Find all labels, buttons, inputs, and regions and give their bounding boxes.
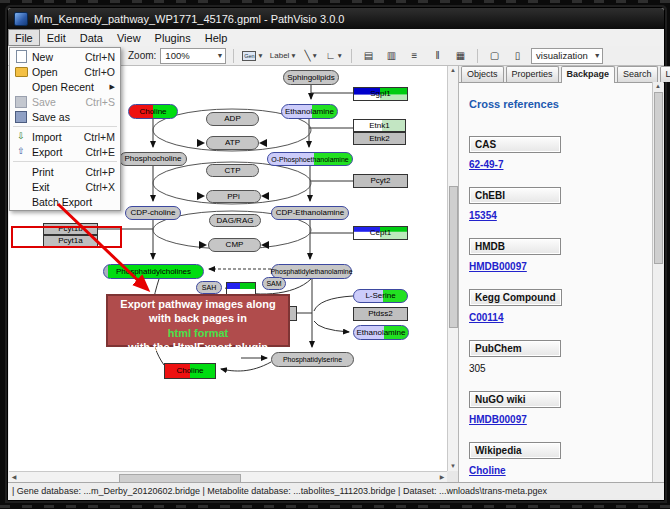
menubar-edit[interactable]: Edit	[40, 29, 73, 46]
node-sah[interactable]: SAH	[196, 281, 222, 294]
node-pcyt1a[interactable]: Pcyt1a	[43, 235, 98, 247]
menu-separator	[13, 126, 117, 127]
menu-item-batch-export[interactable]: Batch Export	[10, 194, 120, 209]
node-ethanolamine[interactable]: Ethanolamine	[281, 104, 338, 119]
desktop-edge-top	[0, 0, 670, 3]
node-cmp[interactable]: CMP	[208, 238, 261, 252]
menu-item-open-recent[interactable]: Open Recent ▶	[10, 79, 120, 94]
xref-link[interactable]: HMDB00097	[469, 261, 527, 272]
node-adp[interactable]: ADP	[206, 112, 259, 126]
xref-link[interactable]: C00114	[469, 312, 503, 323]
tab-search[interactable]: Search	[617, 66, 658, 82]
tab-properties[interactable]: Properties	[506, 66, 559, 82]
node-sgpl1[interactable]: Sgpl1	[353, 87, 408, 101]
gene-shape-dropdown[interactable]: Gen ▼	[241, 47, 264, 64]
visualization-combobox[interactable]: visualization ▼	[531, 48, 603, 64]
xref-section-chebi: ChEBI 15354	[469, 185, 651, 221]
menubar-view[interactable]: View	[110, 29, 148, 46]
node-cept1[interactable]: Cept1	[353, 226, 408, 240]
connector-tool-icon: ∟	[326, 50, 336, 61]
menu-item-new[interactable]: New Ctrl+N	[10, 49, 120, 64]
stack-horizontal-button[interactable]: ‖	[428, 47, 447, 64]
file-menu-popup: New Ctrl+N Open Ctrl+O Open Recent ▶ Sav…	[9, 47, 121, 211]
node-sphingolipids[interactable]: Sphingolipids	[283, 70, 339, 85]
tab-legend[interactable]: Legend	[660, 66, 670, 82]
xref-link[interactable]: HMDB00097	[469, 414, 527, 425]
submenu-arrow-icon: ▶	[110, 83, 115, 91]
xref-link[interactable]: Choline	[469, 465, 506, 476]
status-bar: | Gene database: ...m_Derby_20120602.bri…	[8, 482, 664, 498]
node-cdp-choline[interactable]: CDP-choline	[125, 206, 181, 220]
export-icon: ⇧	[13, 147, 29, 156]
scale-button[interactable]: ▦	[451, 47, 470, 64]
scroll-left-icon[interactable]: ◀	[9, 473, 19, 482]
node-etnk2[interactable]: Etnk2	[353, 132, 406, 145]
node-phosphocholine[interactable]: Phosphocholine	[119, 152, 187, 166]
node-choline-selected[interactable]: Choline	[164, 363, 216, 379]
title-bar[interactable]: Mm_Kennedy_pathway_WP1771_45176.gpml - P…	[8, 8, 664, 29]
xref-link[interactable]: 62-49-7	[469, 159, 503, 170]
scrollbar-thumb[interactable]	[654, 92, 663, 264]
tab-backpage[interactable]: Backpage	[561, 66, 616, 83]
zoom-combobox[interactable]: 100% ▼	[160, 48, 226, 64]
canvas-horizontal-scrollbar[interactable]: ◀ ▶	[9, 471, 447, 482]
toolbar-separator	[233, 49, 234, 63]
node-phosphatidylethanolamine[interactable]: Phosphatidylethanolamine	[271, 264, 352, 279]
menu-item-import[interactable]: ⇩ Import Ctrl+M	[10, 129, 120, 144]
xref-section-kegg: Kegg Compound C00114	[469, 287, 651, 323]
node-ethanolamine-2[interactable]: Ethanolamine	[353, 325, 409, 340]
label-tool-dropdown[interactable]: Label ▼	[269, 47, 298, 64]
scrollbar-thumb[interactable]	[449, 186, 458, 328]
properties-icon: ▯	[515, 50, 521, 61]
xref-header: Kegg Compound	[469, 289, 562, 306]
xref-link[interactable]: 15354	[469, 210, 497, 221]
node-ptdss2[interactable]: Ptdss2	[353, 307, 408, 321]
backpage-content: Cross references CAS 62-49-7 ChEBI 15354…	[461, 82, 651, 487]
node-phosphatidylserine[interactable]: Phosphatidylserine	[271, 352, 354, 367]
align-middle-button[interactable]: ▥	[382, 47, 401, 64]
menu-item-export[interactable]: ⇧ Export Ctrl+E	[10, 144, 120, 159]
connector-tool-dropdown[interactable]: ∟ ▼	[325, 47, 344, 64]
node-o-phosphoethanolamine[interactable]: O-Phosphoethanolamine	[267, 152, 353, 166]
stack-vertical-button[interactable]: ≡	[405, 47, 424, 64]
menubar-plugins[interactable]: Plugins	[148, 29, 198, 46]
menu-item-print[interactable]: Print Ctrl+P	[10, 164, 120, 179]
node-choline[interactable]: Choline	[128, 104, 178, 119]
page-icon: ▢	[490, 50, 499, 61]
node-phosphatidylcholines[interactable]: Phosphatidylcholines	[103, 264, 204, 279]
menubar-file[interactable]: File	[8, 29, 40, 46]
node-ppi[interactable]: PPi	[206, 190, 261, 203]
xref-header: HMDB	[469, 238, 561, 255]
node-sam[interactable]: SAM	[262, 277, 286, 290]
menu-item-exit[interactable]: Exit Ctrl+X	[10, 179, 120, 194]
chevron-down-icon: ▼	[588, 52, 601, 59]
tab-objects[interactable]: Objects	[461, 66, 504, 82]
node-dag[interactable]: DAG/RAG	[209, 214, 261, 227]
menu-item-open[interactable]: Open Ctrl+O	[10, 64, 120, 79]
menubar-data[interactable]: Data	[73, 29, 110, 46]
node-pcyt2[interactable]: Pcyt2	[353, 174, 408, 188]
node-etnk1[interactable]: Etnk1	[353, 119, 406, 132]
menubar-help[interactable]: Help	[198, 29, 235, 46]
align-center-button[interactable]: ▤	[359, 47, 378, 64]
menu-bar: File Edit Data View Plugins Help	[8, 29, 664, 47]
scroll-down-icon[interactable]: ▼	[448, 462, 458, 471]
node-ctp[interactable]: CTP	[206, 164, 259, 177]
page-button[interactable]: ▢	[485, 47, 504, 64]
xref-value: 305	[469, 363, 651, 374]
properties-button[interactable]: ▯	[508, 47, 527, 64]
scroll-up-icon[interactable]: ▲	[448, 66, 458, 75]
node-pcyt1b[interactable]: Pcyt1b	[43, 223, 98, 235]
menu-item-save[interactable]: Save Ctrl+S	[10, 94, 120, 109]
node-atp[interactable]: ATP	[206, 136, 259, 150]
scroll-up-icon[interactable]: ▲	[653, 82, 663, 91]
scroll-right-icon[interactable]: ▶	[437, 473, 447, 482]
sidebar-scrollbar[interactable]: ▲ ▼	[652, 82, 663, 489]
line-tool-dropdown[interactable]: ╲ ▼	[302, 47, 321, 64]
menu-item-save-as[interactable]: Save as	[10, 109, 120, 124]
canvas-vertical-scrollbar[interactable]: ▲ ▼	[447, 66, 458, 471]
node-l-serine[interactable]: L-Serine	[353, 289, 408, 303]
node-cdp-ethanolamine[interactable]: CDP-Ethanolamine	[271, 206, 349, 220]
stack-vertical-icon: ≡	[412, 50, 418, 61]
window-title: Mm_Kennedy_pathway_WP1771_45176.gpml - P…	[34, 13, 344, 25]
